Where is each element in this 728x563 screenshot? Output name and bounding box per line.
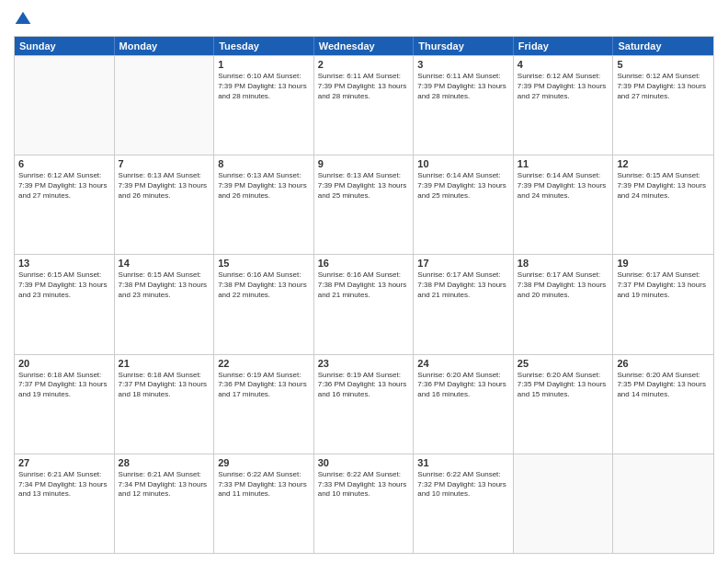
day-number: 11 xyxy=(518,158,609,169)
calendar-cell: 9Sunrise: 6:13 AM Sunset: 7:39 PM Daylig… xyxy=(314,155,415,254)
day-info: Sunrise: 6:17 AM Sunset: 7:37 PM Dayligh… xyxy=(617,270,710,300)
calendar-cell: 22Sunrise: 6:19 AM Sunset: 7:36 PM Dayli… xyxy=(214,355,314,454)
day-info: Sunrise: 6:11 AM Sunset: 7:39 PM Dayligh… xyxy=(318,72,410,101)
calendar-cell: 12Sunrise: 6:15 AM Sunset: 7:39 PM Dayli… xyxy=(613,155,713,254)
day-info: Sunrise: 6:17 AM Sunset: 7:38 PM Dayligh… xyxy=(518,270,609,300)
day-info: Sunrise: 6:22 AM Sunset: 7:33 PM Dayligh… xyxy=(318,470,410,500)
calendar-cell xyxy=(514,454,614,553)
calendar-cell: 3Sunrise: 6:11 AM Sunset: 7:39 PM Daylig… xyxy=(414,56,514,155)
day-info: Sunrise: 6:12 AM Sunset: 7:39 PM Dayligh… xyxy=(18,171,110,201)
day-number: 5 xyxy=(617,59,710,70)
day-number: 2 xyxy=(318,59,410,70)
calendar-week-5: 27Sunrise: 6:21 AM Sunset: 7:34 PM Dayli… xyxy=(15,454,713,553)
calendar-cell: 17Sunrise: 6:17 AM Sunset: 7:38 PM Dayli… xyxy=(414,255,514,353)
calendar-cell: 13Sunrise: 6:15 AM Sunset: 7:39 PM Dayli… xyxy=(15,255,115,353)
calendar-cell: 8Sunrise: 6:13 AM Sunset: 7:39 PM Daylig… xyxy=(214,155,314,254)
page: SundayMondayTuesdayWednesdayThursdayFrid… xyxy=(0,0,728,563)
header-day-sunday: Sunday xyxy=(15,37,115,55)
day-number: 17 xyxy=(417,258,509,269)
header-day-thursday: Thursday xyxy=(414,37,514,55)
calendar-cell: 5Sunrise: 6:12 AM Sunset: 7:39 PM Daylig… xyxy=(613,56,713,155)
day-number: 7 xyxy=(119,158,210,169)
calendar-header: SundayMondayTuesdayWednesdayThursdayFrid… xyxy=(15,37,713,55)
day-number: 28 xyxy=(119,457,210,468)
day-number: 31 xyxy=(417,457,509,468)
day-number: 20 xyxy=(18,358,110,369)
day-number: 23 xyxy=(318,358,410,369)
calendar-cell xyxy=(115,56,215,155)
day-info: Sunrise: 6:19 AM Sunset: 7:36 PM Dayligh… xyxy=(218,371,310,400)
day-info: Sunrise: 6:13 AM Sunset: 7:39 PM Dayligh… xyxy=(119,171,210,201)
day-number: 6 xyxy=(18,158,110,169)
day-info: Sunrise: 6:15 AM Sunset: 7:38 PM Dayligh… xyxy=(119,270,210,300)
calendar-cell: 24Sunrise: 6:20 AM Sunset: 7:36 PM Dayli… xyxy=(414,355,514,454)
day-number: 21 xyxy=(119,358,210,369)
day-info: Sunrise: 6:16 AM Sunset: 7:38 PM Dayligh… xyxy=(218,270,310,300)
day-info: Sunrise: 6:15 AM Sunset: 7:39 PM Dayligh… xyxy=(617,171,710,201)
day-info: Sunrise: 6:13 AM Sunset: 7:39 PM Dayligh… xyxy=(218,171,310,201)
day-info: Sunrise: 6:15 AM Sunset: 7:39 PM Dayligh… xyxy=(18,270,110,300)
calendar-cell: 4Sunrise: 6:12 AM Sunset: 7:39 PM Daylig… xyxy=(514,56,614,155)
day-number: 15 xyxy=(218,258,310,269)
day-info: Sunrise: 6:21 AM Sunset: 7:34 PM Dayligh… xyxy=(119,470,210,500)
calendar-cell: 15Sunrise: 6:16 AM Sunset: 7:38 PM Dayli… xyxy=(214,255,314,353)
day-info: Sunrise: 6:20 AM Sunset: 7:35 PM Dayligh… xyxy=(518,371,609,400)
calendar-cell: 21Sunrise: 6:18 AM Sunset: 7:37 PM Dayli… xyxy=(115,355,215,454)
calendar-cell: 29Sunrise: 6:22 AM Sunset: 7:33 PM Dayli… xyxy=(214,454,314,553)
day-info: Sunrise: 6:10 AM Sunset: 7:39 PM Dayligh… xyxy=(218,72,310,101)
calendar-cell: 18Sunrise: 6:17 AM Sunset: 7:38 PM Dayli… xyxy=(514,255,614,353)
day-number: 30 xyxy=(318,457,410,468)
day-number: 10 xyxy=(417,158,509,169)
logo xyxy=(14,9,36,29)
day-number: 27 xyxy=(18,457,110,468)
header-day-wednesday: Wednesday xyxy=(314,37,415,55)
day-number: 25 xyxy=(518,358,609,369)
day-number: 13 xyxy=(18,258,110,269)
day-number: 24 xyxy=(417,358,509,369)
calendar-cell: 6Sunrise: 6:12 AM Sunset: 7:39 PM Daylig… xyxy=(15,155,115,254)
calendar-cell: 16Sunrise: 6:16 AM Sunset: 7:38 PM Dayli… xyxy=(314,255,415,353)
day-number: 4 xyxy=(518,59,609,70)
day-info: Sunrise: 6:18 AM Sunset: 7:37 PM Dayligh… xyxy=(18,371,110,400)
calendar-cell xyxy=(15,56,115,155)
calendar-cell: 28Sunrise: 6:21 AM Sunset: 7:34 PM Dayli… xyxy=(115,454,215,553)
calendar-cell: 1Sunrise: 6:10 AM Sunset: 7:39 PM Daylig… xyxy=(214,56,314,155)
day-number: 19 xyxy=(617,258,710,269)
day-number: 12 xyxy=(617,158,710,169)
header-day-friday: Friday xyxy=(514,37,614,55)
header xyxy=(14,9,714,29)
calendar-week-3: 13Sunrise: 6:15 AM Sunset: 7:39 PM Dayli… xyxy=(15,254,713,353)
header-day-saturday: Saturday xyxy=(613,37,713,55)
day-info: Sunrise: 6:12 AM Sunset: 7:39 PM Dayligh… xyxy=(617,72,710,101)
day-number: 14 xyxy=(119,258,210,269)
calendar-week-4: 20Sunrise: 6:18 AM Sunset: 7:37 PM Dayli… xyxy=(15,354,713,454)
day-number: 29 xyxy=(218,457,310,468)
day-info: Sunrise: 6:14 AM Sunset: 7:39 PM Dayligh… xyxy=(518,171,609,201)
day-info: Sunrise: 6:13 AM Sunset: 7:39 PM Dayligh… xyxy=(318,171,410,201)
calendar-cell: 25Sunrise: 6:20 AM Sunset: 7:35 PM Dayli… xyxy=(514,355,614,454)
calendar-cell: 2Sunrise: 6:11 AM Sunset: 7:39 PM Daylig… xyxy=(314,56,415,155)
day-info: Sunrise: 6:17 AM Sunset: 7:38 PM Dayligh… xyxy=(417,270,509,300)
day-info: Sunrise: 6:14 AM Sunset: 7:39 PM Dayligh… xyxy=(417,171,509,201)
day-info: Sunrise: 6:20 AM Sunset: 7:35 PM Dayligh… xyxy=(617,371,710,400)
day-info: Sunrise: 6:12 AM Sunset: 7:39 PM Dayligh… xyxy=(518,72,609,101)
day-number: 9 xyxy=(318,158,410,169)
day-info: Sunrise: 6:19 AM Sunset: 7:36 PM Dayligh… xyxy=(318,371,410,400)
day-info: Sunrise: 6:16 AM Sunset: 7:38 PM Dayligh… xyxy=(318,270,410,300)
calendar: SundayMondayTuesdayWednesdayThursdayFrid… xyxy=(14,36,714,554)
day-info: Sunrise: 6:21 AM Sunset: 7:34 PM Dayligh… xyxy=(18,470,110,500)
day-number: 26 xyxy=(617,358,710,369)
day-number: 18 xyxy=(518,258,609,269)
calendar-cell xyxy=(613,454,713,553)
calendar-cell: 19Sunrise: 6:17 AM Sunset: 7:37 PM Dayli… xyxy=(613,255,713,353)
calendar-cell: 26Sunrise: 6:20 AM Sunset: 7:35 PM Dayli… xyxy=(613,355,713,454)
day-info: Sunrise: 6:22 AM Sunset: 7:33 PM Dayligh… xyxy=(218,470,310,500)
calendar-cell: 20Sunrise: 6:18 AM Sunset: 7:37 PM Dayli… xyxy=(15,355,115,454)
day-number: 1 xyxy=(218,59,310,70)
day-number: 8 xyxy=(218,158,310,169)
svg-marker-0 xyxy=(16,11,31,23)
calendar-cell: 30Sunrise: 6:22 AM Sunset: 7:33 PM Dayli… xyxy=(314,454,415,553)
calendar-cell: 27Sunrise: 6:21 AM Sunset: 7:34 PM Dayli… xyxy=(15,454,115,553)
calendar-cell: 23Sunrise: 6:19 AM Sunset: 7:36 PM Dayli… xyxy=(314,355,415,454)
calendar-week-2: 6Sunrise: 6:12 AM Sunset: 7:39 PM Daylig… xyxy=(15,155,713,254)
